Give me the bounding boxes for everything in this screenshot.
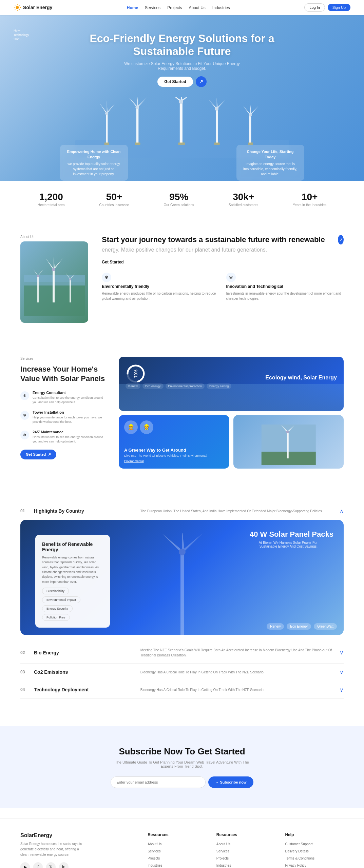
stat-countries: 50+ Countries in service [99,192,129,207]
footer-delivery-link[interactable]: Delivery Details [285,849,308,853]
svg-line-4 [19,9,20,10]
footer-industries-link-2[interactable]: Industries [216,864,231,867]
svg-rect-47 [37,275,39,302]
svg-line-8 [19,5,20,5]
svg-rect-15 [136,106,138,143]
social-linkedin[interactable]: in [59,862,69,868]
ecology-card-title: Ecology wind, Solar Energy [126,375,337,381]
svg-rect-25 [216,108,218,143]
footer-projects-link-2[interactable]: Projects [216,856,229,860]
services-label: Services [20,357,109,360]
svg-marker-12 [107,103,115,114]
svg-marker-49 [38,269,43,276]
footer-industries-link[interactable]: Industries [148,864,162,867]
footer-services-link-2[interactable]: Services [216,849,229,853]
svg-rect-42 [53,269,55,302]
accordion-item-04: 04 Technology Deployment Bioenergy Has A… [20,681,344,699]
about-image [20,241,88,323]
about-feature-env: ❄ Environmentally friendly Renewable ene… [102,273,219,301]
services-right: 70% Ecology wind, Solar Energy Renew Eco… [119,357,344,469]
hero-subtext: We customize Solar Energy Solutions to F… [114,61,250,71]
service-maintenance: ❄ 24/7 Maintenance Consultation first to… [20,430,109,444]
consultant-icon: ❄ [20,391,29,400]
subscribe-headline: Subscribe Now To Get Started [20,746,344,757]
brand-logo[interactable]: Solar Energy [14,4,52,11]
svg-point-19 [135,105,139,109]
accordion-toggle-04[interactable]: ∨ [340,687,344,693]
footer-col-resources-2: Resources About Us Services Projects Ind… [216,832,275,868]
progress-ring: 70% [126,363,146,384]
svg-rect-60 [287,431,288,458]
nav-services[interactable]: Services [145,5,160,10]
accordion-toggle-02[interactable]: ∨ [340,649,344,656]
service-cards-row: 👷 👷 A Greener Way to Get Around Dive Int… [119,415,344,469]
svg-rect-64 [180,550,184,635]
service-tower: ❄ Tower Installation Help you maintenanc… [20,410,109,425]
hero-get-started-button[interactable]: Get Started [157,77,193,87]
svg-marker-44 [54,258,63,270]
nav-links: Home Services Projects About Us Industri… [127,5,230,10]
hero-card-left: Empowering Home with Clean Energy we pro… [60,145,128,181]
hero-cta: Get Started ↗ [157,76,207,87]
about-feature-tech: ❄ Innovation and Technological Investmen… [226,273,344,301]
tech-icon: ❄ [226,273,236,282]
nav-actions: Log In Sign Up [304,3,350,12]
nav-about[interactable]: About Us [189,5,205,10]
footer-brand: SolarEnergy Solar Energy harnesses the s… [20,832,137,868]
subscribe-form: → Subscribe now [20,776,344,788]
about-arrow-button[interactable]: ↗ [338,235,344,244]
footer: SolarEnergy Solar Energy harnesses the s… [0,818,364,868]
accordion-header-03[interactable]: 03 Co2 Emissions Bioenergy Has A Critica… [20,664,344,681]
tech-title: Innovation and Technological [226,284,344,289]
service-card-ecology: 70% Ecology wind, Solar Energy Renew Eco… [119,357,344,411]
card-green-link[interactable]: Environmental [124,459,144,463]
about-cta-row: Get Started [102,260,344,264]
svg-point-14 [105,112,108,115]
svg-point-68 [179,549,186,555]
about-image-col: About Us [20,235,88,323]
accordion-item-03: 03 Co2 Emissions Bioenergy Has A Critica… [20,664,344,681]
svg-rect-20 [179,100,182,143]
accordion-header-02[interactable]: 02 Bio Energy Meeting The NZE Scenario's… [20,642,344,663]
footer-about-link-2[interactable]: About Us [216,842,230,846]
accordion-toggle-01[interactable]: ∧ [340,508,344,514]
svg-point-34 [249,113,252,116]
social-twitter[interactable]: 𝕏 [46,862,56,868]
footer-about-link[interactable]: About Us [148,842,161,846]
highlight-right: 40 W Solar Panel Packs At Biene, We Harn… [250,530,333,548]
highlight-bottom-tags: Renew Eco Energy GreenWatt [267,623,337,630]
hero-cards: Empowering Home with Clean Energy we pro… [53,145,311,181]
nav-projects[interactable]: Projects [167,5,182,10]
svg-line-7 [15,9,15,10]
service-card-photo [233,415,344,469]
maintenance-icon: ❄ [20,431,29,439]
footer-projects-link[interactable]: Projects [148,856,160,860]
accordion-item-02: 02 Bio Energy Meeting The NZE Scenario's… [20,642,344,664]
accordion-header-04[interactable]: 04 Technology Deployment Bioenergy Has A… [20,681,344,698]
footer-brand-name: SolarEnergy [20,832,137,839]
svg-text:70%: 70% [134,369,138,377]
accordion-header-01[interactable]: 01 Highlights By Country The European Un… [20,502,344,520]
login-button[interactable]: Log In [304,3,325,12]
subscribe-subtext: The Ultimate Guide To Get Planning Your … [114,760,250,768]
subscribe-button[interactable]: → Subscribe now [208,776,253,788]
subscribe-email-input[interactable] [111,776,206,788]
nav-industries[interactable]: Industries [212,5,230,10]
hero-section: New Technology 2025 Eco-Friendly Energy … [0,15,364,181]
highlight-card: Benefits of Renewable Energy Renewable e… [35,535,110,628]
footer-services-link[interactable]: Services [148,849,160,853]
footer-privacy-link[interactable]: Privacy Policy [285,864,306,867]
about-label: About Us [20,235,88,239]
about-get-started-link[interactable]: Get Started [102,260,124,264]
hero-arrow-button[interactable]: ↗ [196,76,207,87]
social-youtube[interactable]: ▶ [20,862,30,868]
nav-home[interactable]: Home [127,5,138,10]
signup-button[interactable]: Sign Up [328,4,350,11]
social-facebook[interactable]: f [33,862,43,868]
footer-support-link[interactable]: Customer Support [285,842,312,846]
stat-customers: 30k+ Satisfied customers [229,192,258,207]
accordion-toggle-03[interactable]: ∨ [340,669,344,675]
hero-headline: Eco-Friendly Energy Solutions for a Sust… [63,32,301,58]
footer-terms-link[interactable]: Terms & Conditions [285,856,314,860]
services-get-started-button[interactable]: Get Started ↗ [20,450,56,459]
